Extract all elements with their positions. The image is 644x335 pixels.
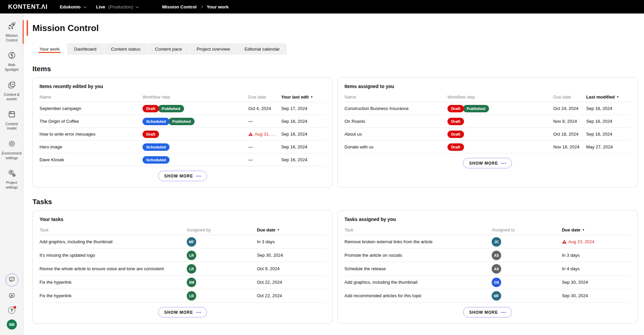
avatar[interactable]: AS — [492, 251, 501, 260]
feedback-button[interactable] — [8, 292, 16, 301]
card-title: Items recently edited by you — [40, 84, 326, 89]
due-date: Sep 30, 2024 — [562, 280, 630, 285]
table-row[interactable]: It's missing the updated logo LR Sep 30,… — [40, 249, 326, 262]
table-row[interactable]: About us Draft Oct 18, 2024 Sep 16, 2024 — [344, 128, 630, 141]
table-row[interactable]: Add graphics, including the thumbnail MF… — [40, 235, 326, 249]
due-date: Oct 4, 2024 — [248, 106, 281, 111]
table-row[interactable]: Fix the hyperlink LR Oct 22, 2024 — [40, 289, 326, 303]
sidebar: Mission Control Web Spotlight Content & … — [0, 13, 24, 335]
tab-project-overview[interactable]: Project overview — [189, 43, 237, 55]
col-last-modified-sorted[interactable]: Last modified ▼ — [586, 94, 630, 100]
environment-selector[interactable]: Live (Production) — [96, 4, 139, 9]
col-task: Task — [344, 227, 492, 232]
show-more-wrap: SHOW MORE — [344, 303, 630, 319]
show-more-button[interactable]: SHOW MORE — [463, 158, 512, 168]
table-row[interactable]: How to write error messages Draft Aug 31… — [40, 128, 326, 141]
last-edit-date: Sep 16, 2024 — [281, 132, 326, 137]
table-row[interactable]: Add recommended articles for this topic … — [344, 289, 630, 303]
tab-dashboard[interactable]: Dashboard — [67, 43, 104, 55]
avatar[interactable]: SM — [187, 278, 196, 287]
avatar[interactable]: MF — [187, 237, 196, 247]
avatar[interactable]: OS — [492, 278, 501, 287]
sidebar-item-content-assets[interactable]: Content & assets — [0, 78, 23, 104]
table-row[interactable]: Revise the whole article to ensure voice… — [40, 262, 326, 276]
table-row[interactable]: September campaign Draft Published Oct 4… — [40, 102, 326, 115]
sidebar-bottom: ? SM — [5, 274, 18, 335]
sort-desc-icon: ▼ — [582, 229, 585, 231]
tasks-assigned-card: Tasks assigned by you Task Assigned to D… — [337, 210, 638, 324]
avatar[interactable]: LR — [187, 264, 196, 274]
project-selector[interactable]: Edukonio — [60, 4, 86, 9]
tab-content-pace[interactable]: Content pace — [148, 43, 189, 55]
card-title: Your tasks — [40, 217, 326, 222]
environment-type: (Production) — [108, 4, 133, 9]
workflow-badge: Draft — [447, 143, 464, 151]
avatar[interactable]: LR — [187, 251, 196, 260]
tab-your-work[interactable]: Your work — [32, 43, 67, 55]
item-name: The Origin of Coffee — [40, 119, 143, 124]
workflow-step-cell: Draft — [143, 131, 248, 138]
task-name: Fix the hyperlink — [40, 280, 187, 285]
project-name: Edukonio — [60, 4, 81, 9]
col-due-date-sorted[interactable]: Due date ▼ — [257, 227, 326, 232]
table-row[interactable]: Schedule the release AS In 4 days — [344, 262, 630, 276]
task-name: Schedule the release — [344, 266, 492, 271]
sidebar-item-project-settings[interactable]: Project settings — [0, 166, 23, 192]
show-more-button[interactable]: SHOW MORE — [158, 171, 207, 181]
table-row[interactable]: Construction Business Insurance Draft Pu… — [344, 102, 630, 115]
gears-icon — [7, 169, 16, 179]
due-date: Oct 24, 2024 — [553, 106, 586, 111]
avatar[interactable]: MF — [492, 291, 501, 301]
table-row[interactable]: Fix the hyperlink SM Oct 22, 2024 — [40, 276, 326, 289]
sidebar-item-label: Mission Control — [1, 33, 22, 43]
item-name: Hero image — [40, 144, 143, 149]
show-more-button[interactable]: SHOW MORE — [158, 307, 207, 317]
col-due-date-sorted[interactable]: Due date ▼ — [562, 227, 630, 232]
table-row[interactable]: Promote the article on socials AS In 3 d… — [344, 249, 630, 262]
sidebar-item-web-spotlight[interactable]: Web Spotlight — [0, 48, 23, 75]
page-header: Mission Control — [27, 20, 638, 36]
help-button[interactable]: ? — [8, 307, 15, 314]
breadcrumb-mission-control[interactable]: Mission Control — [162, 4, 197, 9]
chevron-right-icon — [200, 5, 203, 8]
sidebar-item-environment-settings[interactable]: Environment settings — [0, 137, 23, 163]
workflow-step-cell: Draft Published — [143, 105, 248, 112]
due-date: Oct 22, 2024 — [257, 293, 326, 298]
due-date-overdue: Aug 31, … — [248, 132, 281, 137]
sidebar-item-content-model[interactable]: Content model — [0, 107, 23, 134]
table-row[interactable]: The Origin of Coffee Scheduled Published… — [40, 115, 326, 128]
sort-desc-icon: ▼ — [616, 96, 619, 99]
avatar[interactable]: LR — [187, 291, 196, 301]
last-modified-date: Sep 16, 2024 — [586, 119, 630, 124]
table-row[interactable]: Add graphics, including the thumbnail OS… — [344, 276, 630, 289]
items-section-heading: Items — [32, 65, 638, 73]
tab-editorial-calendar[interactable]: Editorial calendar — [237, 43, 287, 55]
tab-content-status[interactable]: Content status — [104, 43, 148, 55]
sidebar-item-mission-control[interactable]: Mission Control — [0, 19, 23, 45]
due-date: Oct 18, 2024 — [553, 132, 586, 137]
avatar[interactable]: JC — [492, 237, 501, 247]
top-bar: KONTENT.ΛI Edukonio Live (Production) Mi… — [0, 0, 644, 13]
breadcrumb-your-work[interactable]: Your work — [207, 4, 229, 9]
task-name: Revise the whole article to ensure voice… — [40, 266, 187, 271]
col-your-last-edit-sorted[interactable]: Your last edit ▼ — [281, 94, 326, 100]
show-more-button[interactable]: SHOW MORE — [463, 307, 512, 317]
due-date: In 3 days — [562, 253, 630, 258]
task-name: Add graphics, including the thumbnail — [344, 280, 492, 285]
gear-icon — [7, 139, 16, 149]
last-modified-date: Sep 16, 2024 — [586, 106, 630, 111]
chat-button[interactable] — [5, 274, 18, 286]
avatar[interactable]: AS — [492, 264, 501, 274]
due-date: Oct 9, 2024 — [257, 266, 326, 271]
workflow-badge: Published — [463, 105, 489, 112]
table-row[interactable]: On Roasts Draft Nov 8, 2024 Sep 16, 2024 — [344, 115, 630, 128]
table-row[interactable]: Remove broken external links from the ar… — [344, 235, 630, 249]
table-row[interactable]: Dave Klosek Scheduled — Sep 16, 2024 — [40, 153, 326, 166]
table-row[interactable]: Hero image Scheduled — Sep 16, 2024 — [40, 141, 326, 153]
user-avatar[interactable]: SM — [7, 319, 17, 330]
table-row[interactable]: Donate with us Draft Nov 18, 2024 May 27… — [344, 141, 630, 153]
due-date: Nov 18, 2024 — [553, 144, 586, 149]
question-mark-icon: ? — [10, 308, 13, 313]
chevron-down-icon — [83, 5, 86, 8]
show-more-wrap: SHOW MORE — [344, 153, 630, 170]
